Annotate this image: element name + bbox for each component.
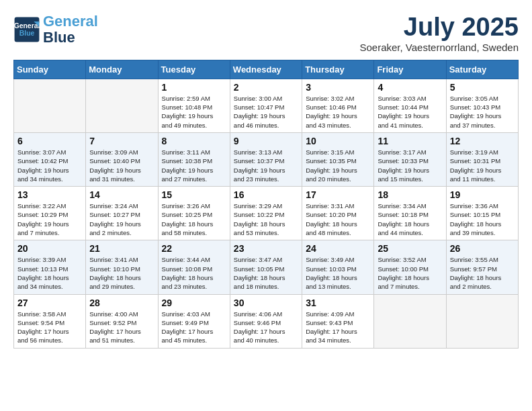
day-number: 15	[162, 189, 226, 200]
day-number: 1	[162, 82, 226, 93]
day-number: 25	[378, 243, 442, 254]
calendar-cell: 16Sunrise: 3:29 AM Sunset: 10:22 PM Dayl…	[230, 187, 302, 240]
calendar-week-row: 27Sunrise: 3:58 AM Sunset: 9:54 PM Dayli…	[14, 294, 519, 348]
calendar-table: SundayMondayTuesdayWednesdayThursdayFrid…	[13, 60, 519, 349]
day-info: Sunrise: 3:17 AM Sunset: 10:33 PM Daylig…	[378, 148, 442, 183]
calendar-cell	[446, 294, 518, 348]
calendar-cell: 13Sunrise: 3:22 AM Sunset: 10:29 PM Dayl…	[14, 187, 86, 240]
day-info: Sunrise: 3:55 AM Sunset: 9:57 PM Dayligh…	[450, 255, 515, 291]
day-info: Sunrise: 3:24 AM Sunset: 10:27 PM Daylig…	[89, 201, 154, 237]
day-number: 24	[306, 243, 370, 254]
calendar-cell: 6Sunrise: 3:07 AM Sunset: 10:42 PM Dayli…	[14, 132, 86, 186]
calendar-cell: 26Sunrise: 3:55 AM Sunset: 9:57 PM Dayli…	[446, 240, 518, 294]
calendar-cell: 20Sunrise: 3:39 AM Sunset: 10:13 PM Dayl…	[14, 240, 86, 294]
day-info: Sunrise: 3:39 AM Sunset: 10:13 PM Daylig…	[17, 255, 82, 291]
calendar-week-row: 6Sunrise: 3:07 AM Sunset: 10:42 PM Dayli…	[14, 132, 519, 186]
calendar-cell	[14, 79, 86, 132]
day-number: 23	[234, 243, 298, 254]
calendar-cell: 5Sunrise: 3:05 AM Sunset: 10:43 PM Dayli…	[446, 79, 518, 132]
day-info: Sunrise: 4:00 AM Sunset: 9:52 PM Dayligh…	[89, 310, 154, 345]
calendar-cell: 15Sunrise: 3:26 AM Sunset: 10:25 PM Dayl…	[158, 187, 230, 240]
day-number: 19	[450, 189, 515, 200]
day-info: Sunrise: 3:58 AM Sunset: 9:54 PM Dayligh…	[17, 310, 82, 345]
day-number: 4	[378, 82, 442, 93]
day-number: 17	[306, 189, 370, 200]
calendar-week-row: 1Sunrise: 2:59 AM Sunset: 10:48 PM Dayli…	[14, 79, 519, 132]
calendar-cell: 27Sunrise: 3:58 AM Sunset: 9:54 PM Dayli…	[14, 294, 86, 348]
day-info: Sunrise: 3:44 AM Sunset: 10:08 PM Daylig…	[162, 255, 226, 291]
day-number: 26	[450, 243, 515, 254]
calendar-cell: 30Sunrise: 4:06 AM Sunset: 9:46 PM Dayli…	[230, 294, 302, 348]
weekday-header-tuesday: Tuesday	[158, 60, 230, 79]
day-number: 21	[89, 243, 154, 254]
calendar-cell	[374, 294, 446, 348]
location-subtitle: Soeraker, Vaesternorrland, Sweden	[359, 42, 519, 53]
calendar-cell: 19Sunrise: 3:36 AM Sunset: 10:15 PM Dayl…	[446, 187, 518, 240]
day-number: 3	[306, 82, 370, 93]
day-number: 20	[17, 243, 82, 254]
day-info: Sunrise: 3:03 AM Sunset: 10:44 PM Daylig…	[378, 94, 442, 130]
calendar-cell: 12Sunrise: 3:19 AM Sunset: 10:31 PM Dayl…	[446, 132, 518, 186]
day-info: Sunrise: 2:59 AM Sunset: 10:48 PM Daylig…	[162, 94, 226, 130]
title-block: July 2025 Soeraker, Vaesternorrland, Swe…	[359, 13, 519, 53]
day-info: Sunrise: 3:15 AM Sunset: 10:35 PM Daylig…	[306, 148, 370, 183]
day-info: Sunrise: 3:11 AM Sunset: 10:38 PM Daylig…	[162, 148, 226, 183]
day-info: Sunrise: 3:47 AM Sunset: 10:05 PM Daylig…	[234, 255, 298, 291]
day-info: Sunrise: 3:49 AM Sunset: 10:03 PM Daylig…	[306, 255, 370, 291]
day-info: Sunrise: 3:31 AM Sunset: 10:20 PM Daylig…	[306, 201, 370, 237]
day-number: 27	[17, 298, 82, 308]
day-number: 9	[234, 136, 298, 146]
day-number: 8	[162, 136, 226, 146]
calendar-cell: 1Sunrise: 2:59 AM Sunset: 10:48 PM Dayli…	[158, 79, 230, 132]
day-info: Sunrise: 3:52 AM Sunset: 10:00 PM Daylig…	[378, 255, 442, 291]
day-number: 12	[450, 136, 515, 146]
calendar-cell: 7Sunrise: 3:09 AM Sunset: 10:40 PM Dayli…	[86, 132, 158, 186]
day-info: Sunrise: 3:13 AM Sunset: 10:37 PM Daylig…	[234, 148, 298, 183]
day-number: 30	[234, 298, 298, 308]
calendar-cell: 22Sunrise: 3:44 AM Sunset: 10:08 PM Dayl…	[158, 240, 230, 294]
page-header: General Blue GeneralBlue July 2025 Soera…	[13, 13, 519, 53]
day-info: Sunrise: 3:19 AM Sunset: 10:31 PM Daylig…	[450, 148, 515, 183]
calendar-cell: 18Sunrise: 3:34 AM Sunset: 10:18 PM Dayl…	[374, 187, 446, 240]
day-number: 2	[234, 82, 298, 93]
weekday-header-sunday: Sunday	[14, 60, 86, 79]
day-number: 29	[162, 298, 226, 308]
weekday-header-saturday: Saturday	[446, 60, 518, 79]
calendar-cell: 28Sunrise: 4:00 AM Sunset: 9:52 PM Dayli…	[86, 294, 158, 348]
calendar-cell: 23Sunrise: 3:47 AM Sunset: 10:05 PM Dayl…	[230, 240, 302, 294]
month-title: July 2025	[359, 13, 519, 42]
day-info: Sunrise: 3:29 AM Sunset: 10:22 PM Daylig…	[234, 201, 298, 237]
calendar-cell: 4Sunrise: 3:03 AM Sunset: 10:44 PM Dayli…	[374, 79, 446, 132]
calendar-cell: 29Sunrise: 4:03 AM Sunset: 9:49 PM Dayli…	[158, 294, 230, 348]
calendar-cell: 31Sunrise: 4:09 AM Sunset: 9:43 PM Dayli…	[302, 294, 374, 348]
day-info: Sunrise: 4:03 AM Sunset: 9:49 PM Dayligh…	[162, 310, 226, 345]
day-info: Sunrise: 3:41 AM Sunset: 10:10 PM Daylig…	[89, 255, 154, 291]
calendar-cell: 11Sunrise: 3:17 AM Sunset: 10:33 PM Dayl…	[374, 132, 446, 186]
day-number: 6	[17, 136, 82, 146]
day-info: Sunrise: 3:02 AM Sunset: 10:46 PM Daylig…	[306, 94, 370, 130]
weekday-header-monday: Monday	[86, 60, 158, 79]
calendar-cell: 8Sunrise: 3:11 AM Sunset: 10:38 PM Dayli…	[158, 132, 230, 186]
calendar-cell	[86, 79, 158, 132]
calendar-week-row: 13Sunrise: 3:22 AM Sunset: 10:29 PM Dayl…	[14, 187, 519, 240]
svg-text:Blue: Blue	[19, 30, 35, 37]
calendar-week-row: 20Sunrise: 3:39 AM Sunset: 10:13 PM Dayl…	[14, 240, 519, 294]
day-info: Sunrise: 3:07 AM Sunset: 10:42 PM Daylig…	[17, 148, 82, 183]
calendar-cell: 17Sunrise: 3:31 AM Sunset: 10:20 PM Dayl…	[302, 187, 374, 240]
day-info: Sunrise: 3:36 AM Sunset: 10:15 PM Daylig…	[450, 201, 515, 237]
calendar-cell: 14Sunrise: 3:24 AM Sunset: 10:27 PM Dayl…	[86, 187, 158, 240]
day-info: Sunrise: 3:22 AM Sunset: 10:29 PM Daylig…	[17, 201, 82, 237]
day-number: 22	[162, 243, 226, 254]
day-number: 31	[306, 298, 370, 308]
logo: General Blue GeneralBlue	[13, 13, 98, 46]
day-number: 16	[234, 189, 298, 200]
calendar-cell: 3Sunrise: 3:02 AM Sunset: 10:46 PM Dayli…	[302, 79, 374, 132]
day-number: 5	[450, 82, 515, 93]
calendar-cell: 9Sunrise: 3:13 AM Sunset: 10:37 PM Dayli…	[230, 132, 302, 186]
day-number: 28	[89, 298, 154, 308]
day-info: Sunrise: 4:09 AM Sunset: 9:43 PM Dayligh…	[306, 310, 370, 345]
day-info: Sunrise: 3:00 AM Sunset: 10:47 PM Daylig…	[234, 94, 298, 130]
day-info: Sunrise: 3:05 AM Sunset: 10:43 PM Daylig…	[450, 94, 515, 130]
day-info: Sunrise: 4:06 AM Sunset: 9:46 PM Dayligh…	[234, 310, 298, 345]
calendar-cell: 25Sunrise: 3:52 AM Sunset: 10:00 PM Dayl…	[374, 240, 446, 294]
